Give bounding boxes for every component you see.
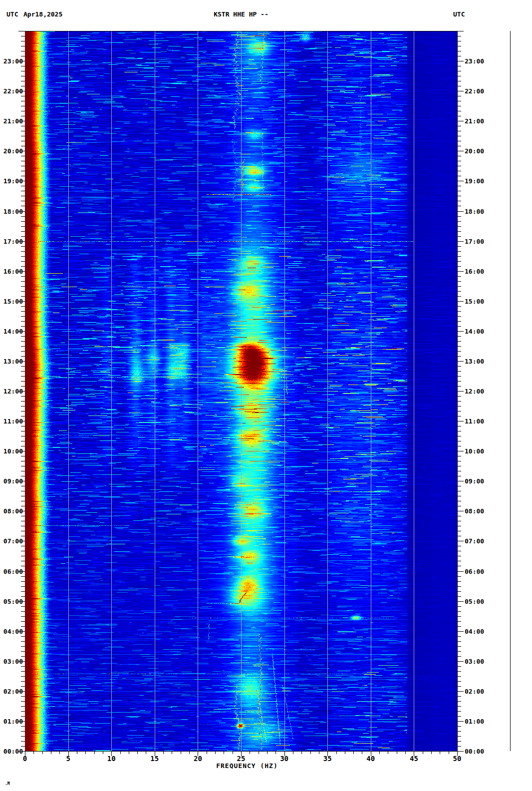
y-tick bbox=[21, 616, 25, 617]
y-tick bbox=[457, 331, 464, 332]
y-tick bbox=[21, 551, 25, 551]
y-tick bbox=[21, 346, 25, 347]
y-tick bbox=[457, 216, 461, 217]
y-tick bbox=[457, 56, 461, 56]
y-tick bbox=[457, 526, 461, 526]
y-tick bbox=[457, 236, 461, 237]
y-tick bbox=[457, 161, 461, 161]
y-tick bbox=[21, 581, 25, 582]
x-tick bbox=[267, 752, 267, 754]
y-tick bbox=[457, 346, 461, 347]
y-tick bbox=[457, 446, 461, 446]
y-tick bbox=[21, 576, 25, 577]
time-label-right: 20:00 bbox=[465, 148, 490, 154]
y-tick bbox=[21, 306, 25, 307]
y-tick bbox=[21, 171, 25, 171]
y-tick bbox=[21, 441, 25, 441]
x-tick bbox=[293, 752, 293, 754]
y-tick bbox=[21, 651, 25, 652]
y-tick bbox=[21, 81, 25, 81]
time-label-right: 05:00 bbox=[465, 598, 490, 605]
x-tick bbox=[431, 752, 432, 754]
y-tick bbox=[21, 71, 25, 71]
y-tick bbox=[18, 361, 25, 362]
freq-tick-label: 45 bbox=[403, 755, 425, 762]
time-label-right: 21:00 bbox=[465, 118, 490, 124]
y-tick bbox=[457, 136, 461, 136]
y-tick bbox=[21, 676, 25, 677]
y-tick bbox=[21, 336, 25, 337]
freq-tick-label: 40 bbox=[360, 755, 382, 762]
y-tick bbox=[21, 646, 25, 647]
freq-tick-label: 10 bbox=[100, 755, 122, 762]
x-tick bbox=[440, 752, 440, 754]
y-tick bbox=[21, 356, 25, 357]
y-tick bbox=[21, 266, 25, 267]
station-title: KSTR HHE HP -- bbox=[0, 10, 482, 18]
y-tick bbox=[21, 76, 25, 76]
y-tick bbox=[21, 101, 25, 101]
y-tick bbox=[457, 691, 464, 692]
y-tick bbox=[457, 551, 461, 551]
spectrogram-plot bbox=[25, 31, 457, 751]
time-label-right: 01:00 bbox=[465, 718, 490, 725]
x-tick bbox=[388, 752, 388, 754]
y-tick bbox=[457, 156, 461, 156]
y-tick bbox=[457, 186, 461, 186]
y-tick bbox=[21, 536, 25, 536]
y-tick bbox=[457, 31, 464, 31]
y-tick bbox=[21, 731, 25, 732]
y-tick bbox=[457, 601, 464, 602]
y-tick bbox=[21, 701, 25, 702]
y-tick bbox=[18, 121, 25, 121]
y-tick bbox=[457, 676, 461, 677]
time-label-right: 13:00 bbox=[465, 358, 490, 365]
y-tick bbox=[21, 141, 25, 141]
y-tick bbox=[457, 711, 461, 712]
y-tick bbox=[21, 506, 25, 506]
freq-tick-label: 25 bbox=[230, 755, 252, 762]
y-tick bbox=[457, 376, 461, 377]
x-tick bbox=[405, 752, 406, 754]
x-tick bbox=[181, 752, 181, 754]
y-tick bbox=[21, 106, 25, 106]
y-tick bbox=[18, 151, 25, 151]
y-tick bbox=[457, 456, 461, 456]
y-tick bbox=[457, 591, 461, 592]
y-tick bbox=[21, 446, 25, 446]
time-label-right: 07:00 bbox=[465, 538, 490, 544]
x-tick bbox=[189, 752, 190, 754]
y-tick bbox=[21, 381, 25, 382]
x-tick bbox=[379, 752, 380, 754]
y-tick bbox=[457, 661, 464, 662]
y-tick bbox=[457, 736, 461, 737]
y-tick bbox=[21, 686, 25, 687]
y-tick bbox=[457, 696, 461, 697]
x-tick bbox=[172, 752, 172, 754]
y-tick bbox=[18, 631, 25, 632]
y-tick bbox=[18, 271, 25, 272]
y-tick bbox=[457, 656, 461, 657]
y-tick bbox=[21, 251, 25, 252]
y-tick bbox=[457, 491, 461, 491]
y-tick bbox=[457, 451, 464, 451]
y-tick bbox=[21, 696, 25, 697]
y-tick bbox=[457, 66, 461, 66]
x-tick bbox=[233, 752, 233, 754]
y-tick bbox=[21, 471, 25, 471]
y-tick bbox=[21, 641, 25, 642]
y-tick bbox=[457, 86, 461, 86]
x-tick bbox=[129, 752, 129, 754]
y-tick bbox=[457, 411, 461, 411]
y-tick bbox=[457, 386, 461, 387]
corner-mark: .M bbox=[5, 782, 10, 786]
y-tick bbox=[21, 626, 25, 627]
time-label-right: 06:00 bbox=[465, 568, 490, 575]
y-tick bbox=[457, 281, 461, 282]
y-tick bbox=[457, 276, 461, 277]
x-tick bbox=[103, 752, 103, 754]
y-tick bbox=[21, 206, 25, 206]
y-tick bbox=[457, 611, 461, 612]
y-tick bbox=[21, 376, 25, 377]
x-tick bbox=[362, 752, 362, 754]
